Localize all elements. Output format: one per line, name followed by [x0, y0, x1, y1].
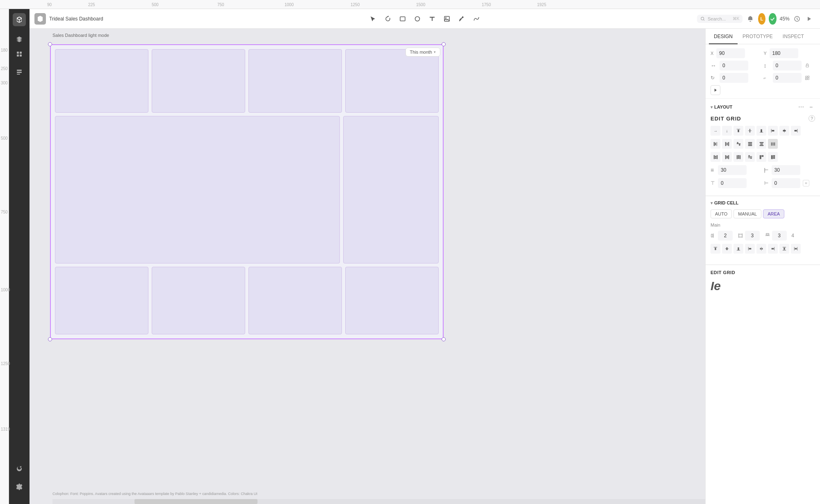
align-bottom-icon[interactable]	[756, 126, 766, 136]
page-wrapper: 90 225 500 750 1000 1250 1500 1750 1925 …	[0, 0, 820, 504]
colophon: Colophon: Font: Poppins. Avatars created…	[52, 492, 257, 496]
distrib-icon-4[interactable]	[745, 139, 755, 149]
handle-top-left[interactable]	[48, 42, 52, 46]
h-input[interactable]	[773, 61, 802, 70]
grid-cell-3-3	[248, 267, 342, 334]
mode-area-button[interactable]: AREA	[763, 209, 784, 218]
distrib-icon-3[interactable]	[733, 139, 743, 149]
rotate-input[interactable]	[720, 73, 748, 83]
distrib-icon-5[interactable]	[756, 139, 766, 149]
cell-align-left-icon[interactable]	[745, 244, 755, 254]
cell-align-top-icon[interactable]	[711, 244, 720, 254]
w-input[interactable]	[720, 61, 748, 70]
y-input[interactable]	[770, 48, 798, 58]
col-span-input[interactable]	[745, 231, 760, 241]
x-label: X	[711, 51, 715, 56]
distrib-icon-6[interactable]	[768, 139, 778, 149]
align-down-icon[interactable]: ↓	[722, 126, 732, 136]
row-start-input[interactable]	[772, 231, 787, 241]
grid-cell-3-1	[55, 267, 148, 334]
svg-rect-43	[728, 155, 729, 159]
distrib-icon-10[interactable]	[745, 152, 755, 162]
edit-grid-button[interactable]: EDIT GRID	[711, 116, 741, 122]
svg-rect-41	[726, 156, 727, 157]
padding-link-button[interactable]	[803, 180, 809, 186]
tool-pen[interactable]	[455, 12, 468, 25]
sidebar-item-assets[interactable]	[13, 48, 26, 61]
tool-rotate[interactable]	[381, 12, 394, 25]
grid-cell-1-1	[55, 49, 148, 113]
sidebar-item-settings[interactable]	[13, 480, 26, 493]
mode-auto-button[interactable]: AUTO	[711, 209, 732, 218]
row-start-icon	[765, 233, 770, 238]
handle-bottom-left[interactable]	[48, 337, 52, 341]
cell-align-stretch-v-icon[interactable]	[779, 244, 789, 254]
layout-section: ▾ LAYOUT ⋯ − EDIT GRID ?	[706, 99, 820, 196]
tool-text[interactable]	[426, 12, 439, 25]
svg-rect-57	[711, 234, 713, 237]
distrib-icon-1[interactable]	[711, 139, 720, 149]
ie-text-area: Ie	[706, 279, 820, 297]
svg-rect-0	[17, 52, 19, 54]
zoom-level[interactable]: 45%	[780, 16, 790, 22]
col-gap-group: |⊢	[764, 165, 815, 175]
handle-bottom-right[interactable]	[442, 337, 446, 341]
tab-design[interactable]: DESIGN	[709, 29, 738, 44]
align-right-icon[interactable]: →	[711, 126, 720, 136]
mode-manual-button[interactable]: MANUAL	[733, 209, 761, 218]
sidebar-item-pages[interactable]	[13, 66, 26, 79]
cell-align-right-icon[interactable]	[768, 244, 778, 254]
distrib-icon-8[interactable]	[722, 152, 732, 162]
help-icon[interactable]: ?	[809, 115, 815, 122]
layout-more-button[interactable]: ⋯	[797, 103, 805, 111]
sidebar-item-refresh[interactable]	[13, 462, 26, 475]
align-top-icon[interactable]	[733, 126, 743, 136]
row-start-group	[765, 231, 788, 241]
history-button[interactable]	[793, 12, 802, 25]
notification-button[interactable]	[746, 12, 754, 25]
frame-label: Sales Dashboard light mode	[52, 33, 109, 38]
play-button[interactable]	[805, 12, 813, 25]
svg-rect-26	[739, 144, 740, 145]
tab-prototype[interactable]: PROTOTYPE	[738, 29, 778, 44]
distrib-icon-2[interactable]	[722, 139, 732, 149]
handle-top-right[interactable]	[442, 42, 446, 46]
ie-text: Ie	[711, 279, 721, 293]
x-input[interactable]	[716, 48, 745, 58]
align-center-h-icon[interactable]	[779, 126, 789, 136]
right-pad-input[interactable]	[772, 178, 800, 188]
search-box[interactable]: Search... ⌘K	[697, 15, 743, 23]
this-month-button[interactable]: This month ▾	[405, 48, 440, 57]
distrib-icon-7[interactable]	[711, 152, 720, 162]
ruler-mark-180: 180	[1, 48, 8, 52]
top-pad-input[interactable]	[718, 178, 747, 188]
play-preview-button[interactable]	[711, 85, 720, 95]
cell-align-center-v-icon[interactable]	[722, 244, 732, 254]
tab-inspect[interactable]: INSPECT	[778, 29, 809, 44]
tool-rectangle[interactable]	[396, 12, 409, 25]
align-center-v-icon[interactable]	[745, 126, 755, 136]
tool-image[interactable]	[440, 12, 453, 25]
corner-more-button[interactable]	[803, 74, 811, 82]
layout-minus-button[interactable]: −	[807, 103, 815, 111]
distrib-icon-9[interactable]	[733, 152, 743, 162]
cell-align-center-h-icon[interactable]	[756, 244, 766, 254]
tool-select[interactable]	[367, 12, 380, 25]
align-right-edge-icon[interactable]	[791, 126, 801, 136]
col-gap-input[interactable]	[772, 165, 800, 175]
bottom-edit-grid-button[interactable]: EDIT GRID	[711, 270, 735, 275]
lock-ratio-button[interactable]	[803, 61, 811, 70]
tool-circle[interactable]	[411, 12, 424, 25]
col-start-input[interactable]	[718, 231, 733, 241]
cell-align-bottom-icon[interactable]	[733, 244, 743, 254]
sidebar-item-layers[interactable]	[13, 33, 26, 46]
ruler-mark-1925: 1925	[537, 2, 546, 7]
ruler-mark-750: 750	[217, 2, 224, 7]
align-left-edge-icon[interactable]	[768, 126, 778, 136]
distrib-icon-11[interactable]	[756, 152, 766, 162]
tool-path[interactable]	[470, 12, 483, 25]
cell-align-stretch-h-icon[interactable]	[791, 244, 801, 254]
row-gap-input[interactable]	[718, 165, 747, 175]
distrib-icon-12[interactable]	[768, 152, 778, 162]
corner-radius-input[interactable]	[773, 73, 802, 83]
